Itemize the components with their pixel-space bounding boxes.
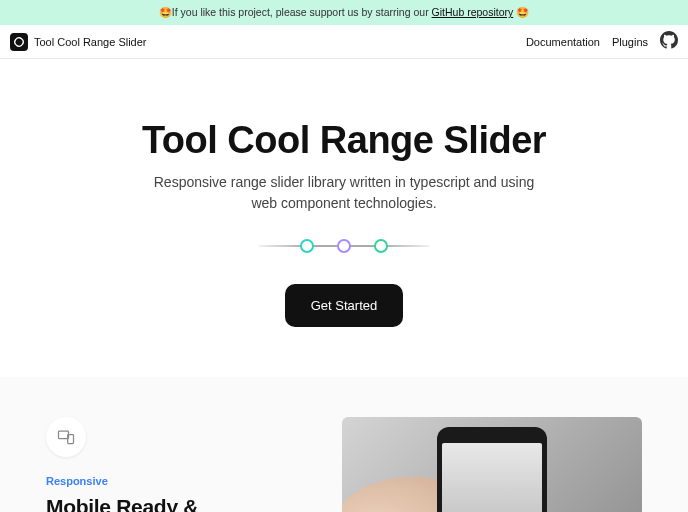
svg-rect-1 (59, 431, 69, 439)
phone-screen (442, 443, 542, 512)
feature-heading: Mobile Ready & Accessibility (46, 495, 302, 512)
nav-docs[interactable]: Documentation (526, 36, 600, 48)
slider-knob-2[interactable] (337, 239, 351, 253)
hero: Tool Cool Range Slider Responsive range … (0, 59, 688, 377)
phone-mockup (437, 427, 547, 512)
github-icon[interactable] (660, 31, 678, 53)
nav-right: Documentation Plugins (526, 31, 678, 53)
feature-section: Responsive Mobile Ready & Accessibility … (0, 377, 688, 512)
logo-icon[interactable] (10, 33, 28, 51)
github-link[interactable]: GitHub repository (432, 6, 514, 18)
brand-name: Tool Cool Range Slider (34, 36, 147, 48)
feature-eyebrow: Responsive (46, 475, 302, 487)
nav-plugins[interactable]: Plugins (612, 36, 648, 48)
feature-content: Responsive Mobile Ready & Accessibility … (46, 417, 302, 512)
nav-left: Tool Cool Range Slider (10, 33, 147, 51)
announcement-prefix: 🤩If you like this project, please suppor… (159, 6, 432, 18)
get-started-button[interactable]: Get Started (285, 284, 403, 327)
hero-title: Tool Cool Range Slider (40, 119, 648, 162)
hero-subtitle: Responsive range slider library written … (144, 172, 544, 214)
announcement-bar: 🤩If you like this project, please suppor… (0, 0, 688, 25)
slider-knob-3[interactable] (374, 239, 388, 253)
feature-image (342, 417, 642, 512)
slider-demo[interactable] (259, 238, 429, 254)
slider-knob-1[interactable] (300, 239, 314, 253)
navbar: Tool Cool Range Slider Documentation Plu… (0, 25, 688, 59)
announcement-suffix: 🤩 (513, 6, 529, 18)
devices-icon (46, 417, 86, 457)
